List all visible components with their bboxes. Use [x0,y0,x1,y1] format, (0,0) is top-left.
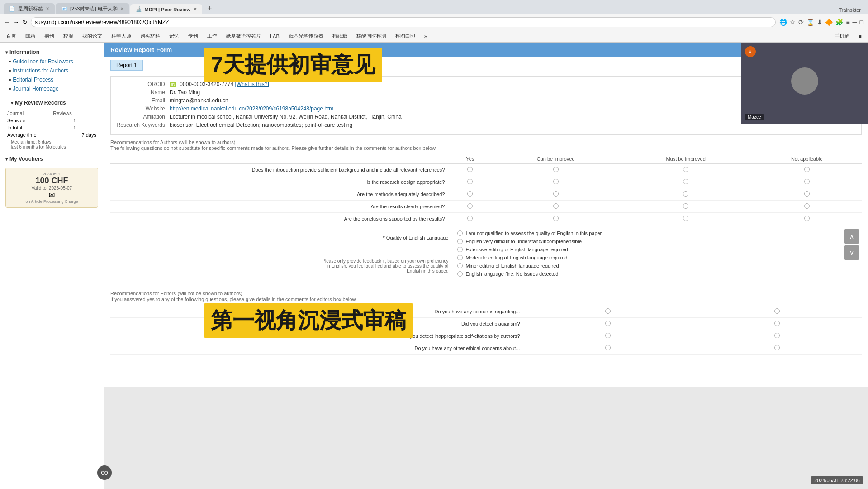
bookmark-nucleic[interactable]: 核酸同时检测 [354,32,389,40]
rec-q4-can-be[interactable] [492,201,620,213]
eng-radio-5[interactable] [457,263,463,268]
bookmark-detection[interactable]: 检图白印 [393,32,418,40]
extension-icon-2[interactable]: 🔶 [825,19,833,26]
bookmark-square[interactable]: ■ [856,33,864,40]
rec-q1-must-be[interactable] [620,164,752,176]
extension-icon-1[interactable]: 🌐 [779,19,787,26]
history-icon[interactable]: ⌛ [806,19,814,26]
eng-option-1[interactable]: I am not qualified to assess the quality… [457,230,602,236]
bookmark-memory[interactable]: 记忆 [166,32,182,40]
rec-q4-yes[interactable] [448,201,492,213]
tab-2[interactable]: 📧 [253封未读] 电干大学 ✕ [56,3,129,14]
sidebar-link-guidelines[interactable]: Guidelines for Reviewers [0,57,104,66]
forward-icon[interactable]: → [14,19,19,25]
english-options: I am not qualified to assess the quality… [457,230,602,279]
bookmark-glucose[interactable]: 持续糖 [330,32,350,40]
bookmark-lab[interactable]: LAB [267,33,282,40]
rec-q1-yes[interactable] [448,164,492,176]
rec-q1-can-be[interactable] [492,164,620,176]
sidebar-information-title[interactable]: Information [0,47,104,57]
tab-2-favicon: 📧 [61,6,67,12]
scroll-down-button[interactable]: ∨ [844,245,859,260]
back-icon[interactable]: ← [5,19,10,25]
refresh-icon[interactable]: ↻ [23,19,27,25]
rec-q5-must-be[interactable] [620,213,752,225]
ed-q2-no[interactable] [693,318,862,330]
orcid-what-link[interactable]: [What is this?] [235,81,269,87]
eng-option-4[interactable]: Moderate editing of English language req… [457,255,602,260]
ed-q3-yes[interactable] [524,330,693,342]
sidebar-review-records-title[interactable]: My Review Records [5,98,98,108]
sidebar-link-editorial[interactable]: Editorial Process [0,75,104,84]
rec-q2-yes[interactable] [448,176,492,188]
eng-option-2[interactable]: English very difficult to understand/inc… [457,239,602,244]
ed-q1-no[interactable] [693,306,862,318]
english-note: Please only provide feedback if, based o… [322,259,448,273]
eng-radio-1[interactable] [457,230,463,236]
rec-q3-yes[interactable] [448,188,492,201]
tab-3-close[interactable]: ✕ [193,7,197,12]
address-input[interactable] [31,17,776,27]
voucher-valid: Valid to: 2026-05-07 [9,186,94,191]
eng-radio-3[interactable] [457,247,463,252]
ed-q1-yes[interactable] [524,306,693,318]
eng-radio-6[interactable] [457,271,463,277]
bookmark-science[interactable]: 科学大师 [109,32,134,40]
report-tab[interactable]: Report 1 [110,60,143,71]
rec-q4-not-app[interactable] [752,201,862,213]
rec-q3-not-app[interactable] [752,188,862,201]
rec-q2-must-be[interactable] [620,176,752,188]
rec-q3-must-be[interactable] [620,188,752,201]
eng-radio-2[interactable] [457,239,463,244]
puzzle-icon[interactable]: 🧩 [835,19,843,26]
rec-q5-can-be[interactable] [492,213,620,225]
bookmark-special[interactable]: 专刊 [185,32,201,40]
bookmark-email[interactable]: 邮箱 [23,32,38,40]
bookmark-phone[interactable]: 手机笔 [832,32,852,40]
ed-q2-yes[interactable] [524,318,693,330]
maximize-icon[interactable]: □ [860,19,863,26]
rec-q2-not-app[interactable] [752,176,862,188]
eng-radio-4[interactable] [457,255,463,260]
website-link[interactable]: http://en.medical.nankai.edu.cn/2023/020… [170,105,333,112]
tab-2-close[interactable]: ✕ [120,6,124,11]
bookmark-materials[interactable]: 购买材料 [138,32,163,40]
download-icon[interactable]: ⬇ [817,19,822,26]
rec-q3-can-be[interactable] [492,188,620,201]
voucher-section: 20240501 100 CHF Valid to: 2026-05-07 ✉ … [0,164,104,211]
rec-q2-can-be[interactable] [492,176,620,188]
rec-q1-not-app[interactable] [752,164,862,176]
new-tab-button[interactable]: + [203,2,216,14]
tab-1[interactable]: 📄 是周新标签 ✕ [4,3,55,14]
voucher-id: 20240501 [9,172,94,176]
tab-1-close[interactable]: ✕ [46,6,49,11]
bookmark-more[interactable]: » [422,33,430,40]
bookmark-work[interactable]: 工作 [204,32,220,40]
rec-q5-not-app[interactable] [752,213,862,225]
bookmark-papers[interactable]: 我的论文 [80,32,105,40]
eng-option-3[interactable]: Extensive editing of English language re… [457,247,602,252]
menu-icon[interactable]: ≡ [846,19,849,26]
bookmark-baidu[interactable]: 百度 [4,32,19,40]
ed-q4-yes[interactable] [524,342,693,355]
bookmark-journal[interactable]: 期刊 [42,32,57,40]
ed-q4-no[interactable] [693,342,862,355]
rec-q5-yes[interactable] [448,213,492,225]
tab-3[interactable]: 🔬 MDPI | Peer Review ✕ [130,4,203,14]
browser-chrome: 📄 是周新标签 ✕ 📧 [253封未读] 电干大学 ✕ 🔬 MDPI | Pee… [0,0,868,43]
bookmark-microfluidics[interactable]: 纸基微流控芯片 [223,32,264,40]
eng-option-5[interactable]: Minor editing of English language requir… [457,263,602,268]
eng-option-6[interactable]: English language fine. No issues detecte… [457,271,602,277]
sidebar-link-instructions[interactable]: Instructions for Authors [0,66,104,75]
minimize-icon[interactable]: ─ [853,19,857,26]
scroll-up-button[interactable]: ∧ [844,229,859,244]
co-button[interactable]: CO [97,465,112,480]
ed-q3-no[interactable] [693,330,862,342]
sidebar-vouchers-title[interactable]: My Vouchers [0,154,104,164]
sidebar-link-journal[interactable]: Journal Homepage [0,84,104,93]
bookmark-school[interactable]: 校服 [61,32,76,40]
star-icon[interactable]: ☆ [790,19,796,26]
bookmark-optical[interactable]: 纸基光学传感器 [286,32,326,40]
rec-q4-must-be[interactable] [620,201,752,213]
reload-icon[interactable]: ⟳ [798,19,804,26]
